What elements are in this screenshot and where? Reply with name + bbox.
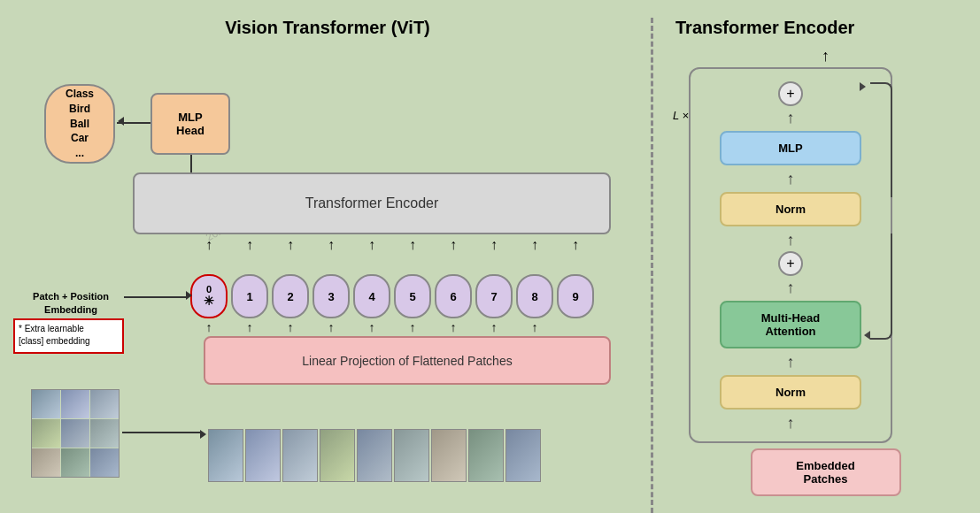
- patch-grid-cell: [90, 390, 119, 418]
- mlp-box: MLP: [720, 131, 861, 165]
- up-arrow-4: ↑: [353, 237, 390, 253]
- skip-top-right: [870, 82, 892, 197]
- patch-pos-arrow: [124, 296, 188, 298]
- conn-arrow-3: ↑: [701, 232, 880, 248]
- down-arrow-4: ↑: [353, 320, 390, 334]
- up-arrows-row: ↑ ↑ ↑ ↑ ↑ ↑ ↑ ↑ ↑ ↑: [190, 237, 594, 253]
- norm-top-box: Norm: [720, 192, 861, 226]
- patch-grid-cell: [61, 419, 89, 448]
- conn-arrow-1: ↑: [701, 110, 880, 126]
- up-arrow-2: ↑: [272, 237, 309, 253]
- encoder-section: Transformer Encoder L × ↑ + ↑ MLP: [658, 9, 971, 504]
- strip-cell-1: [208, 429, 243, 482]
- token-3: 3: [313, 274, 350, 318]
- strip-cell-4: [320, 429, 355, 482]
- arrow-image-strip: [122, 432, 202, 433]
- strip-cell-6: [394, 429, 429, 482]
- strip-cell-9: [505, 429, 541, 482]
- linear-proj-box: Linear Projection of Flattened Patches: [204, 336, 611, 385]
- linear-proj-label: Linear Projection of Flattened Patches: [302, 354, 512, 368]
- up-arrow-0: ↑: [190, 237, 228, 253]
- skip-bottom-right: [870, 234, 892, 340]
- down-arrow-5: ↑: [394, 320, 431, 334]
- patch-grid-cell: [32, 448, 60, 477]
- patch-grid-cell: [90, 419, 119, 448]
- patch-grid-cell: [32, 419, 60, 448]
- token-2: 2: [272, 274, 309, 318]
- plus-bottom: +: [778, 251, 803, 276]
- vit-section: Vision Transformer (ViT) GWINS288 2024-0…: [9, 9, 646, 504]
- down-arrow-8: ↑: [516, 320, 553, 334]
- up-arrow-8: ↑: [516, 237, 553, 253]
- tokens-row: 0✳ 1 2 3 4 5 6 7 8 9: [190, 274, 594, 318]
- norm-bottom-box: Norm: [720, 375, 861, 410]
- encoder-outer-box: + ↑ MLP ↑ Norm ↑ +: [689, 67, 892, 443]
- down-arrow-0: ↑: [190, 320, 228, 334]
- up-arrow-5: ↑: [394, 237, 431, 253]
- lx-label: L ×: [673, 109, 689, 122]
- strip-cell-8: [468, 429, 504, 482]
- conn-arrow-2: ↑: [701, 171, 880, 187]
- strip-cell-2: [245, 429, 281, 482]
- extra-learnable-box: * Extra learnable[class] embedding: [13, 318, 124, 354]
- down-arrow-6: ↑: [435, 320, 472, 334]
- token-9: 9: [557, 274, 594, 318]
- arrow-mlp-encoder: [190, 155, 192, 174]
- up-arrow-1: ↑: [231, 237, 268, 253]
- down-arrow-1: ↑: [231, 320, 268, 334]
- arrow-class-mlp-head: [113, 117, 124, 126]
- plus-top: +: [778, 81, 803, 106]
- down-arrow-7: ↑: [475, 320, 513, 334]
- conn-arrow-6: ↑: [701, 415, 880, 431]
- extra-learnable-text: * Extra learnable[class] embedding: [19, 324, 90, 346]
- down-arrow-2: ↑: [272, 320, 309, 334]
- down-arrows-row: ↑ ↑ ↑ ↑ ↑ ↑ ↑ ↑ ↑: [190, 320, 553, 334]
- token-1: 1: [231, 274, 268, 318]
- attention-box: Multi-HeadAttention: [720, 301, 861, 348]
- image-strip: [208, 429, 541, 482]
- token-7: 7: [475, 274, 513, 318]
- up-arrow-3: ↑: [313, 237, 350, 253]
- strip-cell-5: [357, 429, 392, 482]
- patch-grid-cell: [61, 448, 89, 477]
- section-divider: [651, 18, 653, 513]
- patch-position-label: Patch + PositionEmbedding: [18, 290, 124, 318]
- patch-grid-cell: [61, 390, 89, 418]
- conn-arrow-5: ↑: [701, 354, 880, 370]
- patch-grid-cell: [32, 390, 60, 418]
- embedded-patches-box: EmbeddedPatches: [751, 448, 901, 496]
- skip-bottom-arrowhead: [860, 331, 870, 340]
- up-arrow-6: ↑: [435, 237, 472, 253]
- transformer-encoder-box: Transformer Encoder: [133, 172, 611, 234]
- down-arrow-3: ↑: [313, 320, 350, 334]
- up-arrow-9: ↑: [557, 237, 594, 253]
- token-6: 6: [435, 274, 472, 318]
- encoder-title: Transformer Encoder: [675, 18, 962, 38]
- output-arrow: ↑: [689, 47, 962, 65]
- mlp-head-box: MLPHead: [150, 93, 230, 155]
- strip-cell-7: [431, 429, 467, 482]
- original-image-grid: [31, 389, 120, 478]
- token-8: 8: [516, 274, 553, 318]
- class-label-box: Class Bird Ball Car ...: [44, 84, 115, 164]
- vit-title: Vision Transformer (ViT): [18, 18, 637, 38]
- mlp-head-label: MLPHead: [176, 111, 204, 137]
- token-4: 4: [353, 274, 390, 318]
- class-label-text: Class Bird Ball Car ...: [66, 87, 94, 161]
- up-arrow-7: ↑: [475, 237, 513, 253]
- skip-top-arrowhead: [860, 82, 870, 91]
- conn-arrow-4: ↑: [701, 279, 880, 295]
- token-5: 5: [394, 274, 431, 318]
- patch-grid-cell: [90, 448, 119, 477]
- encoder-diagram: L × ↑ + ↑ MLP ↑ Norm: [689, 47, 962, 496]
- patch-pos-arrowhead: [186, 291, 197, 300]
- strip-cell-3: [282, 429, 318, 482]
- transformer-encoder-label: Transformer Encoder: [305, 195, 439, 211]
